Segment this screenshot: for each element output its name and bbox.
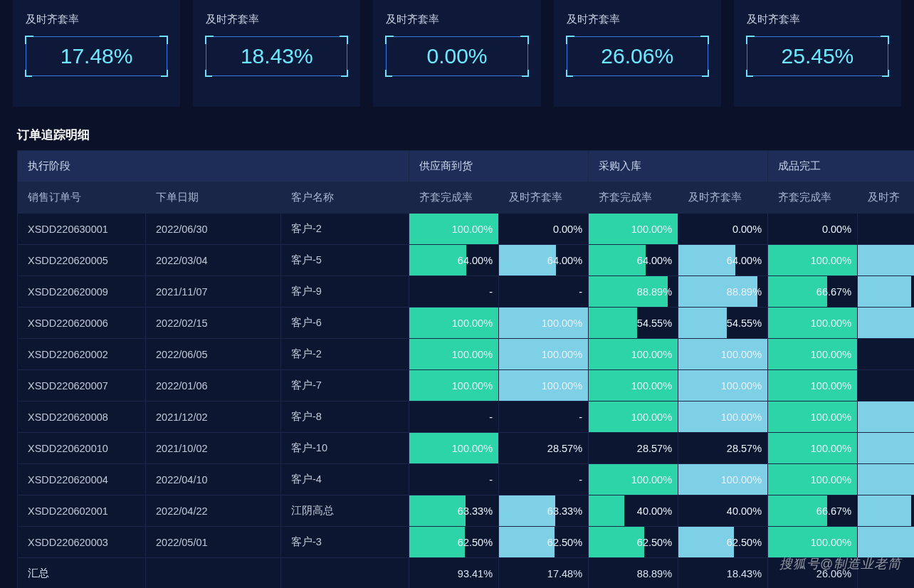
cell-order-no[interactable]: XSDD220620007 bbox=[18, 370, 146, 401]
cell-order-no[interactable]: XSDD220620008 bbox=[18, 401, 146, 433]
cell-supplier-complete[interactable]: 62.50% bbox=[409, 527, 499, 558]
table-row[interactable]: XSDD2206200102021/10/02客户-10100.00%28.57… bbox=[18, 433, 915, 464]
cell-supplier-complete[interactable]: 100.00% bbox=[409, 339, 499, 370]
cell-finished-complete[interactable]: 100.00% bbox=[768, 433, 858, 464]
col-order-date[interactable]: 下单日期 bbox=[146, 182, 281, 214]
cell-order-date[interactable]: 2022/06/05 bbox=[146, 339, 281, 370]
group-header-purchase[interactable]: 采购入库 bbox=[589, 151, 768, 182]
cell-finished-complete[interactable]: 100.00% bbox=[768, 245, 858, 276]
cell-order-date[interactable]: 2021/10/02 bbox=[146, 433, 281, 464]
cell-supplier-ontime[interactable]: - bbox=[499, 401, 589, 433]
cell-purchase-ontime[interactable]: 40.00% bbox=[678, 495, 768, 527]
cell-customer[interactable]: 客户-3 bbox=[281, 527, 409, 558]
cell-purchase-complete[interactable]: 40.00% bbox=[589, 495, 678, 527]
col-supplier-complete[interactable]: 齐套完成率 bbox=[409, 182, 499, 214]
cell-purchase-ontime[interactable]: 62.50% bbox=[678, 527, 768, 558]
cell-supplier-complete[interactable]: - bbox=[409, 464, 499, 495]
cell-customer[interactable]: 江阴高总 bbox=[281, 495, 409, 527]
cell-customer[interactable]: 客户-5 bbox=[281, 245, 409, 276]
cell-purchase-complete[interactable]: 100.00% bbox=[589, 464, 678, 495]
table-row[interactable]: XSDD2206200022022/06/05客户-2100.00%100.00… bbox=[18, 339, 915, 370]
cell-customer[interactable]: 客户-2 bbox=[281, 214, 409, 245]
cell-order-no[interactable]: XSDD220630001 bbox=[18, 214, 146, 245]
cell-supplier-ontime[interactable]: 100.00% bbox=[499, 308, 589, 339]
cell-customer[interactable]: 客户-7 bbox=[281, 370, 409, 401]
cell-order-date[interactable]: 2022/01/06 bbox=[146, 370, 281, 401]
cell-supplier-ontime[interactable]: 100.00% bbox=[499, 370, 589, 401]
cell-purchase-complete[interactable]: 54.55% bbox=[589, 308, 678, 339]
cell-customer[interactable]: 客户-4 bbox=[281, 464, 409, 495]
cell-supplier-complete[interactable]: 100.00% bbox=[409, 370, 499, 401]
cell-supplier-ontime[interactable]: 28.57% bbox=[499, 433, 589, 464]
cell-finished-ontime[interactable]: 6 bbox=[858, 276, 914, 308]
cell-order-no[interactable]: XSDD220620003 bbox=[18, 527, 146, 558]
cell-supplier-ontime[interactable]: 100.00% bbox=[499, 339, 589, 370]
cell-supplier-ontime[interactable]: 62.50% bbox=[499, 527, 589, 558]
table-row[interactable]: XSDD2206200042022/04/10客户-4--100.00%100.… bbox=[18, 464, 915, 495]
cell-order-date[interactable]: 2022/06/30 bbox=[146, 214, 281, 245]
cell-order-date[interactable]: 2022/03/04 bbox=[146, 245, 281, 276]
cell-purchase-complete[interactable]: 62.50% bbox=[589, 527, 678, 558]
cell-finished-complete[interactable]: 100.00% bbox=[768, 370, 858, 401]
cell-purchase-complete[interactable]: 64.00% bbox=[589, 245, 678, 276]
table-row[interactable]: XSDD2206200072022/01/06客户-7100.00%100.00… bbox=[18, 370, 915, 401]
cell-supplier-complete[interactable]: 100.00% bbox=[409, 308, 499, 339]
cell-customer[interactable]: 客户-10 bbox=[281, 433, 409, 464]
cell-order-no[interactable]: XSDD220620004 bbox=[18, 464, 146, 495]
table-row[interactable]: XSDD2206200082021/12/02客户-8--100.00%100.… bbox=[18, 401, 915, 433]
col-order-no[interactable]: 销售订单号 bbox=[18, 182, 146, 214]
cell-purchase-ontime[interactable]: 100.00% bbox=[678, 339, 768, 370]
cell-order-no[interactable]: XSDD220602001 bbox=[18, 495, 146, 527]
col-finished-complete[interactable]: 齐套完成率 bbox=[768, 182, 858, 214]
cell-finished-ontime[interactable]: 10 bbox=[858, 245, 914, 276]
cell-finished-ontime[interactable]: 10 bbox=[858, 433, 914, 464]
col-supplier-ontime[interactable]: 及时齐套率 bbox=[499, 182, 589, 214]
cell-customer[interactable]: 客户-8 bbox=[281, 401, 409, 433]
cell-finished-ontime[interactable] bbox=[858, 214, 914, 245]
cell-purchase-ontime[interactable]: 100.00% bbox=[678, 370, 768, 401]
cell-purchase-ontime[interactable]: 64.00% bbox=[678, 245, 768, 276]
cell-purchase-ontime[interactable]: 100.00% bbox=[678, 464, 768, 495]
group-header-supplier[interactable]: 供应商到货 bbox=[409, 151, 589, 182]
cell-finished-ontime[interactable]: 10 bbox=[858, 401, 914, 433]
cell-order-no[interactable]: XSDD220620006 bbox=[18, 308, 146, 339]
cell-order-no[interactable]: XSDD220620009 bbox=[18, 276, 146, 308]
cell-order-no[interactable]: XSDD220620005 bbox=[18, 245, 146, 276]
summary-row[interactable]: 汇总93.41%17.48%88.89%18.43%26.06%2 bbox=[18, 558, 915, 589]
cell-customer[interactable]: 客户-9 bbox=[281, 276, 409, 308]
cell-order-date[interactable]: 2021/12/02 bbox=[146, 401, 281, 433]
cell-finished-ontime[interactable]: 10 bbox=[858, 308, 914, 339]
cell-purchase-complete[interactable]: 100.00% bbox=[589, 214, 678, 245]
group-header-stage[interactable]: 执行阶段 bbox=[18, 151, 409, 182]
cell-finished-ontime[interactable]: 6 bbox=[858, 495, 914, 527]
col-customer[interactable]: 客户名称 bbox=[281, 182, 409, 214]
cell-finished-complete[interactable]: 100.00% bbox=[768, 401, 858, 433]
group-header-finished[interactable]: 成品完工 bbox=[768, 151, 914, 182]
cell-supplier-ontime[interactable]: - bbox=[499, 464, 589, 495]
cell-supplier-complete[interactable]: 100.00% bbox=[409, 433, 499, 464]
cell-order-date[interactable]: 2022/05/01 bbox=[146, 527, 281, 558]
cell-purchase-ontime[interactable]: 54.55% bbox=[678, 308, 768, 339]
cell-purchase-complete[interactable]: 28.57% bbox=[589, 433, 678, 464]
cell-finished-ontime[interactable]: 10 bbox=[858, 527, 914, 558]
cell-supplier-ontime[interactable]: 64.00% bbox=[499, 245, 589, 276]
cell-finished-complete[interactable]: 100.00% bbox=[768, 308, 858, 339]
cell-supplier-complete[interactable]: - bbox=[409, 401, 499, 433]
cell-supplier-complete[interactable]: 64.00% bbox=[409, 245, 499, 276]
cell-purchase-complete[interactable]: 100.00% bbox=[589, 370, 678, 401]
cell-purchase-ontime[interactable]: 100.00% bbox=[678, 401, 768, 433]
cell-finished-complete[interactable]: 66.67% bbox=[768, 276, 858, 308]
cell-finished-complete[interactable]: 100.00% bbox=[768, 339, 858, 370]
cell-finished-complete[interactable]: 66.67% bbox=[768, 495, 858, 527]
cell-order-date[interactable]: 2022/04/10 bbox=[146, 464, 281, 495]
cell-supplier-ontime[interactable]: - bbox=[499, 276, 589, 308]
cell-supplier-ontime[interactable]: 0.00% bbox=[499, 214, 589, 245]
cell-supplier-ontime[interactable]: 63.33% bbox=[499, 495, 589, 527]
cell-finished-ontime[interactable]: 10 bbox=[858, 464, 914, 495]
col-purchase-complete[interactable]: 齐套完成率 bbox=[589, 182, 678, 214]
cell-order-date[interactable]: 2021/11/07 bbox=[146, 276, 281, 308]
col-finished-ontime[interactable]: 及时齐 bbox=[858, 182, 914, 214]
cell-finished-complete[interactable]: 100.00% bbox=[768, 464, 858, 495]
cell-order-date[interactable]: 2022/02/15 bbox=[146, 308, 281, 339]
table-row[interactable]: XSDD2206300012022/06/30客户-2100.00%0.00%1… bbox=[18, 214, 915, 245]
